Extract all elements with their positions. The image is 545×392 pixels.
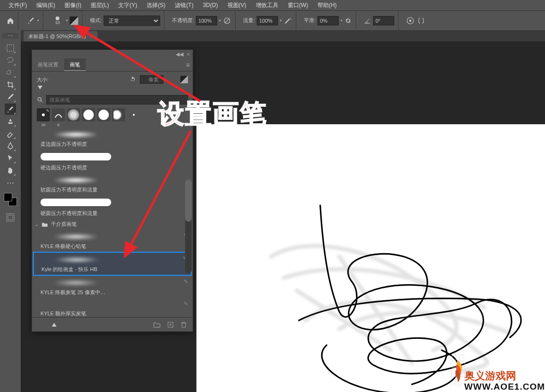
clone-stamp-tool[interactable] bbox=[5, 116, 16, 127]
panel-footer bbox=[32, 317, 193, 331]
airbrush-icon[interactable] bbox=[284, 16, 292, 25]
menu-bar: 文件(F) 编辑(E) 图像(I) 图层(L) 文字(Y) 选择(S) 滤镜(T… bbox=[0, 0, 545, 10]
document-tab[interactable]: 未标题-1 @ 50%(RGB/8) × bbox=[24, 31, 98, 41]
svg-rect-7 bbox=[8, 215, 13, 220]
size-label: 大小: bbox=[37, 76, 49, 83]
magic-wand-tool[interactable] bbox=[5, 67, 16, 78]
brush-tool[interactable] bbox=[5, 104, 16, 115]
menu-filter[interactable]: 滤镜(T) bbox=[170, 0, 198, 10]
path-select-tool[interactable] bbox=[5, 152, 16, 164]
angle-input[interactable] bbox=[373, 16, 394, 25]
menu-type[interactable]: 文字(Y) bbox=[114, 0, 142, 10]
menu-view[interactable]: 视图(V) bbox=[223, 0, 251, 10]
chevron-down-icon: ⌄ bbox=[35, 222, 39, 227]
blend-mode-select[interactable]: 正常 bbox=[104, 16, 160, 26]
brush-item[interactable]: KYLE 终极炭笔 25 像素中… ✎ bbox=[33, 276, 192, 298]
svg-point-4 bbox=[409, 19, 412, 22]
symmetry-icon[interactable] bbox=[416, 16, 426, 25]
tablet-pressure-icon[interactable] bbox=[70, 16, 78, 25]
close-icon[interactable]: × bbox=[89, 33, 93, 40]
brush-folder[interactable]: ⌄ 干介质画笔 bbox=[33, 219, 192, 230]
quickmask-icon[interactable] bbox=[6, 213, 15, 222]
chevron-down-icon[interactable]: ▾ bbox=[37, 18, 39, 23]
gear-icon[interactable] bbox=[344, 17, 352, 24]
brush-item[interactable]: 软圆压力不透明度和流量 bbox=[33, 173, 192, 195]
eyedropper-tool[interactable] bbox=[5, 91, 16, 103]
menu-edit[interactable]: 编辑(E) bbox=[32, 0, 60, 10]
menu-plugins[interactable]: 增效工具 bbox=[251, 0, 283, 10]
home-icon[interactable] bbox=[7, 17, 14, 24]
zoom-slider[interactable] bbox=[37, 323, 107, 327]
brush-tool-icon bbox=[26, 16, 35, 25]
brush-thumb[interactable] bbox=[112, 108, 125, 121]
smoothing-label: 平滑: bbox=[304, 17, 316, 24]
flow-input[interactable] bbox=[257, 16, 278, 25]
svg-point-2 bbox=[291, 19, 292, 20]
panel-menu-icon[interactable]: ≡ bbox=[186, 61, 190, 69]
menu-help[interactable]: 帮助(H) bbox=[313, 0, 342, 10]
edit-icon[interactable]: ✎ bbox=[184, 301, 188, 307]
document-title: 未标题-1 @ 50%(RGB/8) bbox=[28, 33, 86, 40]
brush-item-selected[interactable]: Kyle 的绘画盒 - 快乐 HB ✎ bbox=[33, 252, 192, 276]
tab-brushes[interactable]: 画笔 bbox=[64, 58, 86, 71]
brushes-panel: ◀◀ × 画笔设置 画笔 ≡ 大小: 像素 ✎10 8 bbox=[32, 49, 193, 332]
menu-image[interactable]: 图像(I) bbox=[60, 0, 86, 10]
brush-item[interactable]: KYLE 额外厚实炭笔 ✎ bbox=[33, 298, 192, 317]
mode-label: 模式: bbox=[90, 17, 102, 24]
brush-thumb[interactable] bbox=[127, 108, 140, 121]
search-icon bbox=[37, 96, 43, 103]
menu-layer[interactable]: 图层(L) bbox=[86, 0, 114, 10]
svg-rect-6 bbox=[7, 214, 14, 221]
menu-file[interactable]: 文件(F) bbox=[4, 0, 32, 10]
brush-list[interactable]: 柔边圆压力不透明度 硬边圆压力不透明度 软圆压力不透明度和流量 硬圆压力不透明度… bbox=[33, 128, 192, 317]
document-tab-bar: 未标题-1 @ 50%(RGB/8) × bbox=[21, 30, 545, 41]
folder-icon[interactable] bbox=[153, 321, 161, 328]
lasso-tool[interactable] bbox=[5, 55, 16, 66]
hand-tool[interactable] bbox=[5, 165, 16, 176]
foreground-color[interactable] bbox=[4, 193, 12, 201]
scrollbar-thumb[interactable] bbox=[185, 179, 192, 222]
size-slider[interactable] bbox=[37, 87, 188, 90]
brush-thumb[interactable] bbox=[67, 108, 80, 121]
marquee-tool[interactable] bbox=[5, 42, 16, 54]
close-icon[interactable]: × bbox=[187, 51, 190, 57]
new-icon[interactable] bbox=[167, 321, 174, 328]
opacity-label: 不透明度: bbox=[172, 17, 194, 24]
menu-window[interactable]: 窗口(W) bbox=[283, 0, 313, 10]
brush-item[interactable]: KYLE 终极硬心铅笔 ✎ bbox=[33, 230, 192, 252]
chevron-down-icon[interactable]: ▾ bbox=[66, 18, 68, 23]
brush-item[interactable]: 硬圆压力不透明度和流量 bbox=[33, 195, 192, 219]
folder-icon bbox=[41, 222, 48, 227]
menu-select[interactable]: 选择(S) bbox=[142, 0, 170, 10]
brush-preset-picker[interactable]: 10 bbox=[51, 14, 64, 27]
svg-point-8 bbox=[38, 97, 41, 101]
more-tools[interactable]: ⋯ bbox=[5, 177, 16, 188]
edit-icon[interactable]: ✎ bbox=[184, 279, 188, 285]
opacity-input[interactable] bbox=[196, 16, 217, 25]
aoe-watermark: 奥义游戏网 WWW.AOE1.COM bbox=[451, 350, 545, 392]
flip-icon[interactable] bbox=[180, 76, 188, 83]
brush-thumb[interactable] bbox=[97, 108, 110, 121]
angle-icon[interactable] bbox=[364, 17, 371, 24]
eraser-tool[interactable] bbox=[5, 128, 16, 139]
toolbar-expand[interactable] bbox=[2, 33, 19, 39]
brush-thumb[interactable] bbox=[82, 108, 95, 121]
trash-icon[interactable] bbox=[180, 321, 187, 328]
pressure-size-icon[interactable] bbox=[406, 16, 415, 25]
brush-thumb[interactable]: 8 bbox=[52, 108, 65, 121]
crop-tool[interactable] bbox=[5, 79, 16, 90]
color-swatch[interactable] bbox=[4, 193, 17, 206]
svg-point-1 bbox=[290, 18, 291, 19]
collapse-icon[interactable]: ◀◀ bbox=[176, 51, 183, 57]
pressure-opacity-icon[interactable] bbox=[223, 16, 231, 25]
brush-item[interactable]: 硬边圆压力不透明度 bbox=[33, 150, 192, 173]
reset-icon[interactable] bbox=[130, 76, 136, 83]
tab-brush-settings[interactable]: 画笔设置 bbox=[32, 58, 64, 71]
options-bar: ▾ 10 ▾ 模式: 正常 不透明度: ▾ 流量: ▾ 平滑: ▾ bbox=[0, 10, 545, 30]
menu-3d[interactable]: 3D(D) bbox=[198, 1, 223, 9]
brush-size-input[interactable] bbox=[140, 75, 163, 84]
brush-thumb[interactable]: ✎10 bbox=[37, 108, 50, 121]
smoothing-input[interactable] bbox=[317, 16, 339, 25]
pen-tool[interactable] bbox=[5, 140, 16, 152]
annotation-label: 设置画笔 bbox=[158, 96, 267, 132]
